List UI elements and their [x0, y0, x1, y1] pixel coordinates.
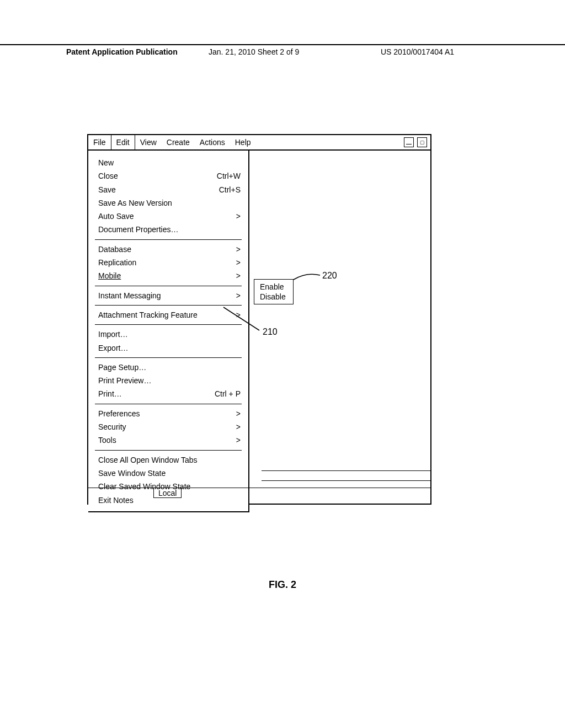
menu-group-3: Instant Messaging> [88, 288, 248, 303]
callout-210: 210 [263, 327, 278, 337]
submenu-arrow-icon: > [236, 270, 241, 281]
menu-group-6: Page Setup… Print Preview… Print…Ctrl + … [88, 360, 248, 402]
menu-separator [95, 286, 242, 286]
header-rule [0, 44, 565, 45]
submenu-item-enable[interactable]: Enable [254, 282, 293, 292]
menu-item-security[interactable]: Security> [88, 420, 248, 433]
submenu-arrow-icon: > [236, 421, 241, 432]
menu-item-preferences[interactable]: Preferences> [88, 407, 248, 420]
callout-220: 220 [322, 271, 337, 281]
menu-group-7: Preferences> Security> Tools> [88, 406, 248, 448]
submenu-arrow-icon: > [236, 435, 241, 446]
menubar-actions[interactable]: Actions [195, 135, 230, 149]
menu-item-tools[interactable]: Tools> [88, 433, 248, 447]
menu-item-save[interactable]: SaveCtrl+S [88, 183, 248, 196]
location-tab-local[interactable]: Local [153, 488, 182, 498]
menu-item-save-window-state[interactable]: Save Window State [88, 467, 248, 480]
app-window: File Edit View Create Actions Help ▢ New… [87, 134, 431, 505]
menu-item-instant-messaging[interactable]: Instant Messaging> [88, 289, 248, 302]
location-tab-label: Local [158, 489, 177, 497]
figure-caption: FIG. 2 [0, 579, 565, 591]
menu-separator [95, 324, 242, 325]
menubar-create[interactable]: Create [162, 135, 195, 149]
menu-group-8: Close All Open Window Tabs Save Window S… [88, 452, 248, 508]
menubar: File Edit View Create Actions Help [88, 135, 430, 151]
menubar-edit[interactable]: Edit [111, 135, 135, 149]
menu-separator [95, 305, 242, 306]
menu-item-database[interactable]: Database> [88, 243, 248, 256]
submenu-arrow-icon: > [236, 408, 241, 419]
menu-separator [95, 239, 242, 240]
menu-separator [95, 357, 242, 358]
menu-item-page-setup[interactable]: Page Setup… [88, 361, 248, 374]
menu-item-document-properties[interactable]: Document Properties… [88, 223, 248, 236]
menu-item-mobile[interactable]: Mobile> [88, 269, 248, 282]
header-publication: Patent Application Publication [66, 47, 178, 56]
menubar-help[interactable]: Help [230, 135, 256, 149]
status-bar-line [88, 488, 430, 488]
callout-220-leader [292, 267, 326, 284]
header-pub-number: US 2010/0017404 A1 [381, 47, 454, 56]
menubar-file[interactable]: File [88, 135, 111, 149]
submenu-item-disable[interactable]: Disable [254, 292, 293, 302]
menu-item-new[interactable]: New [88, 156, 248, 169]
menubar-view[interactable]: View [135, 135, 162, 149]
submenu-arrow-icon: > [236, 290, 241, 301]
menu-item-print[interactable]: Print…Ctrl + P [88, 387, 248, 400]
submenu-arrow-icon: > [236, 257, 241, 268]
minimize-button[interactable] [404, 137, 414, 147]
menu-item-save-as-new-version[interactable]: Save As New Version [88, 196, 248, 210]
menu-item-replication[interactable]: Replication> [88, 256, 248, 269]
attachment-tracking-submenu: Enable Disable [254, 279, 294, 304]
menu-group-1: New CloseCtrl+W SaveCtrl+S Save As New V… [88, 155, 248, 238]
menu-group-2: Database> Replication> Mobile> [88, 242, 248, 284]
callout-210-leader [221, 306, 265, 334]
menu-item-export[interactable]: Export… [88, 341, 248, 355]
menu-separator [95, 450, 242, 451]
menu-item-auto-save[interactable]: Auto Save> [88, 210, 248, 223]
window-control-group: ▢ [404, 137, 427, 147]
header-date-sheet: Jan. 21, 2010 Sheet 2 of 9 [209, 47, 299, 56]
menu-item-close[interactable]: CloseCtrl+W [88, 169, 248, 183]
menu-separator [95, 404, 242, 404]
submenu-arrow-icon: > [236, 211, 241, 222]
submenu-arrow-icon: > [236, 244, 241, 255]
menu-item-close-all-tabs[interactable]: Close All Open Window Tabs [88, 453, 248, 467]
menu-item-print-preview[interactable]: Print Preview… [88, 374, 248, 387]
maximize-button[interactable]: ▢ [417, 137, 427, 147]
